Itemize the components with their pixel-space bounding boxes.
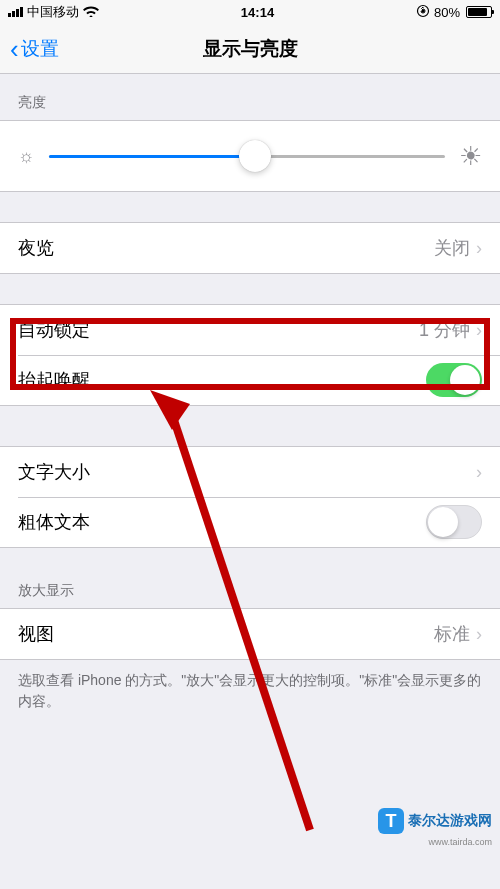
chevron-right-icon: › [476, 462, 482, 483]
view-footer-text: 选取查看 iPhone 的方式。"放大"会显示更大的控制项。"标准"会显示更多的… [0, 660, 500, 722]
raise-to-wake-toggle[interactable] [426, 363, 482, 397]
raise-to-wake-label: 抬起唤醒 [18, 368, 90, 392]
watermark-name: 泰尔达游戏网 [408, 812, 492, 830]
carrier-label: 中国移动 [27, 3, 79, 21]
wifi-icon [83, 4, 99, 20]
chevron-right-icon: › [476, 624, 482, 645]
time-label: 14:14 [241, 5, 274, 20]
brightness-group: ☼ ☀ [0, 120, 500, 192]
view-group: 视图 标准 › [0, 608, 500, 660]
brightness-slider-cell: ☼ ☀ [0, 121, 500, 191]
sun-large-icon: ☀ [459, 141, 482, 172]
signal-icon [8, 7, 23, 17]
battery-percent: 80% [434, 5, 460, 20]
text-group: 文字大小 › 粗体文本 [0, 446, 500, 548]
watermark-url: www.tairda.com [428, 837, 492, 847]
back-label: 设置 [21, 36, 59, 62]
bold-text-cell: 粗体文本 [0, 497, 500, 547]
view-value: 标准 [434, 622, 470, 646]
back-button[interactable]: ‹ 设置 [10, 36, 59, 62]
page-title: 显示与亮度 [0, 36, 500, 62]
chevron-right-icon: › [476, 320, 482, 341]
chevron-left-icon: ‹ [10, 36, 19, 62]
lock-wake-group: 自动锁定 1 分钟 › 抬起唤醒 [0, 304, 500, 406]
svg-rect-1 [421, 10, 424, 13]
brightness-header: 亮度 [0, 74, 500, 120]
slider-thumb[interactable] [239, 140, 271, 172]
raise-to-wake-cell: 抬起唤醒 [0, 355, 500, 405]
zoom-header: 放大显示 [0, 548, 500, 608]
night-shift-value: 关闭 [434, 236, 470, 260]
watermark: T 泰尔达游戏网 [378, 808, 492, 834]
text-size-label: 文字大小 [18, 460, 90, 484]
status-bar: 中国移动 14:14 80% [0, 0, 500, 24]
watermark-logo-icon: T [378, 808, 404, 834]
bold-text-toggle[interactable] [426, 505, 482, 539]
bold-text-label: 粗体文本 [18, 510, 90, 534]
battery-icon [466, 6, 492, 18]
status-right: 80% [416, 4, 492, 21]
chevron-right-icon: › [476, 238, 482, 259]
night-shift-cell[interactable]: 夜览 关闭 › [0, 223, 500, 273]
auto-lock-cell[interactable]: 自动锁定 1 分钟 › [0, 305, 500, 355]
text-size-cell[interactable]: 文字大小 › [0, 447, 500, 497]
status-left: 中国移动 [8, 3, 99, 21]
night-shift-label: 夜览 [18, 236, 54, 260]
rotation-lock-icon [416, 4, 430, 21]
view-cell[interactable]: 视图 标准 › [0, 609, 500, 659]
brightness-slider[interactable] [49, 155, 446, 158]
auto-lock-label: 自动锁定 [18, 318, 90, 342]
view-label: 视图 [18, 622, 54, 646]
nav-bar: ‹ 设置 显示与亮度 [0, 24, 500, 74]
night-shift-group: 夜览 关闭 › [0, 222, 500, 274]
sun-small-icon: ☼ [18, 146, 35, 167]
auto-lock-value: 1 分钟 [419, 318, 470, 342]
